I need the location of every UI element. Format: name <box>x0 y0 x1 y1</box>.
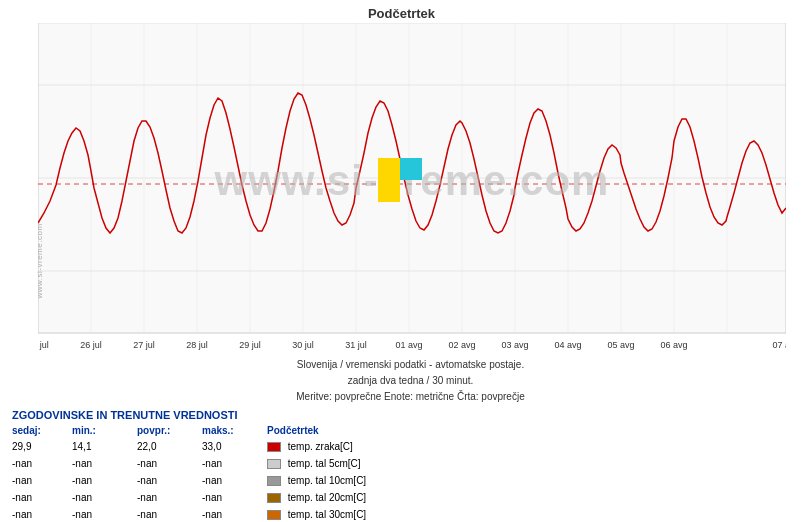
legend-color-3 <box>267 493 281 503</box>
col-header-sedaj: sedaj: <box>12 425 72 436</box>
val-maks: -nan <box>202 455 267 472</box>
col-header-legend: Podčetrtek <box>267 425 791 436</box>
svg-text:27 jul: 27 jul <box>133 340 155 350</box>
val-min: -nan <box>72 455 137 472</box>
legend-color-1 <box>267 459 281 469</box>
legend-label-0: temp. zraka[C] <box>288 438 353 455</box>
val-povpr: 22,0 <box>137 438 202 455</box>
stats-row: -nan -nan -nan -nan temp. tal 5cm[C] <box>12 455 791 472</box>
val-sedaj: -nan <box>12 506 72 522</box>
val-min: 14,1 <box>72 438 137 455</box>
svg-text:26 jul: 26 jul <box>80 340 102 350</box>
val-maks: -nan <box>202 506 267 522</box>
val-povpr: -nan <box>137 489 202 506</box>
chart-area: www.si-vreme.com <box>38 23 786 353</box>
svg-text:31 jul: 31 jul <box>345 340 367 350</box>
legend-color-4 <box>267 510 281 520</box>
val-min: -nan <box>72 506 137 522</box>
stats-row: 29,9 14,1 22,0 33,0 temp. zraka[C] <box>12 438 791 455</box>
col-header-maks: maks.: <box>202 425 267 436</box>
chart-container: www.si-vreme.com Podčetrtek www.si-vreme… <box>0 0 803 522</box>
stats-header: sedaj: min.: povpr.: maks.: Podčetrtek <box>12 425 791 436</box>
svg-text:28 jul: 28 jul <box>186 340 208 350</box>
stats-row: -nan -nan -nan -nan temp. tal 10cm[C] <box>12 472 791 489</box>
legend-color-0 <box>267 442 281 452</box>
svg-text:05 avg: 05 avg <box>607 340 634 350</box>
col-header-povpr: povpr.: <box>137 425 202 436</box>
svg-text:03 avg: 03 avg <box>501 340 528 350</box>
stats-rows: 29,9 14,1 22,0 33,0 temp. zraka[C] -nan … <box>12 438 791 522</box>
legend-entry: temp. tal 5cm[C] <box>267 455 791 472</box>
legend-entry: temp. tal 10cm[C] <box>267 472 791 489</box>
val-sedaj: -nan <box>12 455 72 472</box>
chart-title: Podčetrtek <box>0 0 803 23</box>
svg-text:30 jul: 30 jul <box>292 340 314 350</box>
stats-title: ZGODOVINSKE IN TRENUTNE VREDNOSTI <box>12 409 791 421</box>
val-maks: -nan <box>202 472 267 489</box>
legend-color-2 <box>267 476 281 486</box>
val-sedaj: -nan <box>12 472 72 489</box>
subtitle-line2: zadnja dva tedna / 30 minut. <box>18 373 803 389</box>
legend-entry: temp. tal 30cm[C] <box>267 506 791 522</box>
legend-label-1: temp. tal 5cm[C] <box>288 455 361 472</box>
svg-text:25 jul: 25 jul <box>38 340 49 350</box>
val-maks: 33,0 <box>202 438 267 455</box>
val-min: -nan <box>72 489 137 506</box>
stats-section: ZGODOVINSKE IN TRENUTNE VREDNOSTI sedaj:… <box>0 405 803 522</box>
val-sedaj: -nan <box>12 489 72 506</box>
svg-text:01 avg: 01 avg <box>395 340 422 350</box>
subtitle-line1: Slovenija / vremenski podatki - avtomats… <box>18 357 803 373</box>
legend-label-2: temp. tal 10cm[C] <box>288 472 366 489</box>
val-povpr: -nan <box>137 506 202 522</box>
legend-entry: temp. zraka[C] <box>267 438 791 455</box>
subtitle: Slovenija / vremenski podatki - avtomats… <box>0 357 803 405</box>
val-povpr: -nan <box>137 472 202 489</box>
svg-text:02 avg: 02 avg <box>448 340 475 350</box>
stats-row: -nan -nan -nan -nan temp. tal 20cm[C] <box>12 489 791 506</box>
legend-entry: temp. tal 20cm[C] <box>267 489 791 506</box>
side-watermark-text: www.si-vreme.com <box>35 223 44 298</box>
stats-row: -nan -nan -nan -nan temp. tal 30cm[C] <box>12 506 791 522</box>
val-maks: -nan <box>202 489 267 506</box>
legend-label-3: temp. tal 20cm[C] <box>288 489 366 506</box>
svg-text:06 avg: 06 avg <box>660 340 687 350</box>
svg-text:04 avg: 04 avg <box>554 340 581 350</box>
val-povpr: -nan <box>137 455 202 472</box>
logo-icon <box>378 158 422 202</box>
subtitle-line3: Meritve: povprečne Enote: metrične Črta:… <box>18 389 803 405</box>
col-header-min: min.: <box>72 425 137 436</box>
legend-label-4: temp. tal 30cm[C] <box>288 506 366 522</box>
val-min: -nan <box>72 472 137 489</box>
svg-text:29 jul: 29 jul <box>239 340 261 350</box>
val-sedaj: 29,9 <box>12 438 72 455</box>
svg-text:07 avg: 07 avg <box>772 340 786 350</box>
